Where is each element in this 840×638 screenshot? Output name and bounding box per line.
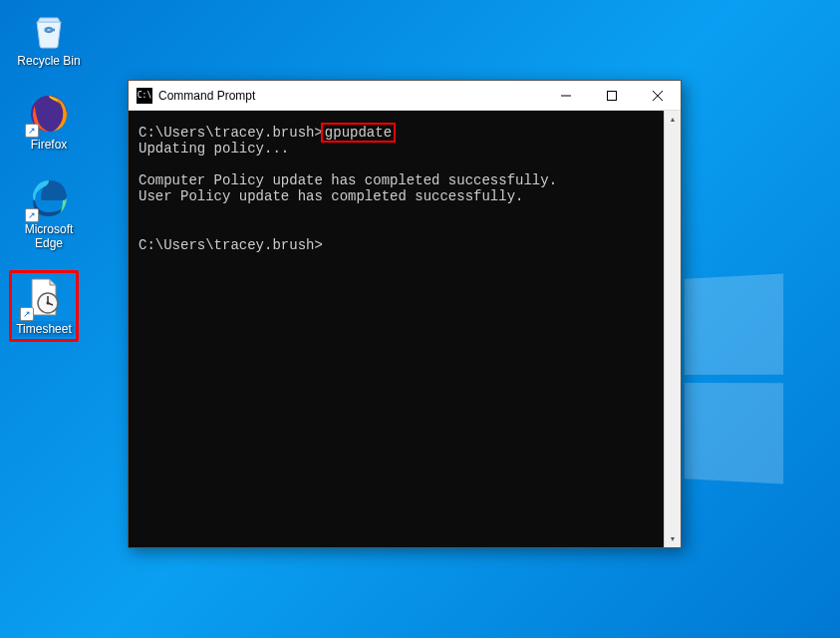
cmd-prompt-path: C:\Users\tracey.brush> xyxy=(139,237,323,253)
cmd-command-highlighted: gpupdate xyxy=(321,123,396,143)
recycle-bin-image xyxy=(27,8,71,52)
cmd-title: Command Prompt xyxy=(158,89,543,103)
cmd-scrollbar[interactable]: ▴ ▾ xyxy=(664,111,681,547)
firefox-icon[interactable]: ↗ Firefox xyxy=(14,92,84,152)
timesheet-image: ↗ xyxy=(22,275,66,319)
timesheet-label: Timesheet xyxy=(12,321,76,337)
recycle-bin-label: Recycle Bin xyxy=(17,54,80,68)
shortcut-arrow-icon: ↗ xyxy=(25,208,39,222)
desktop-icons-container: Recycle Bin ↗ Firefox ↗ Microsoft Edge xyxy=(14,8,84,337)
edge-label: Microsoft Edge xyxy=(14,222,84,251)
edge-image: ↗ xyxy=(27,176,71,220)
timesheet-icon[interactable]: ↗ Timesheet xyxy=(9,270,79,342)
close-button[interactable] xyxy=(635,81,681,111)
cmd-body: C:\Users\tracey.brush>gpupdate Updating … xyxy=(129,111,681,547)
cmd-output-line: User Policy update has completed success… xyxy=(139,188,523,204)
cmd-titlebar[interactable]: C:\ Command Prompt xyxy=(129,81,681,111)
cmd-output-line: Computer Policy update has completed suc… xyxy=(139,172,557,188)
edge-icon[interactable]: ↗ Microsoft Edge xyxy=(14,176,84,251)
shortcut-arrow-icon: ↗ xyxy=(25,124,39,138)
recycle-bin-icon[interactable]: Recycle Bin xyxy=(14,8,84,68)
cmd-prompt-path: C:\Users\tracey.brush> xyxy=(139,125,323,141)
maximize-button[interactable] xyxy=(589,81,635,111)
svg-rect-6 xyxy=(608,91,617,100)
scroll-down-button[interactable]: ▾ xyxy=(665,530,681,547)
command-prompt-window: C:\ Command Prompt C:\Users\tracey.brush… xyxy=(128,80,682,548)
firefox-image: ↗ xyxy=(27,92,71,136)
window-controls xyxy=(543,81,681,111)
firefox-label: Firefox xyxy=(31,138,68,152)
shortcut-arrow-icon: ↗ xyxy=(20,307,34,321)
scroll-up-button[interactable]: ▴ xyxy=(665,111,681,128)
svg-point-4 xyxy=(47,301,50,304)
cmd-output-line: Updating policy... xyxy=(139,141,289,157)
cmd-content[interactable]: C:\Users\tracey.brush>gpupdate Updating … xyxy=(129,111,664,547)
minimize-button[interactable] xyxy=(543,81,589,111)
cmd-app-icon: C:\ xyxy=(137,88,152,104)
